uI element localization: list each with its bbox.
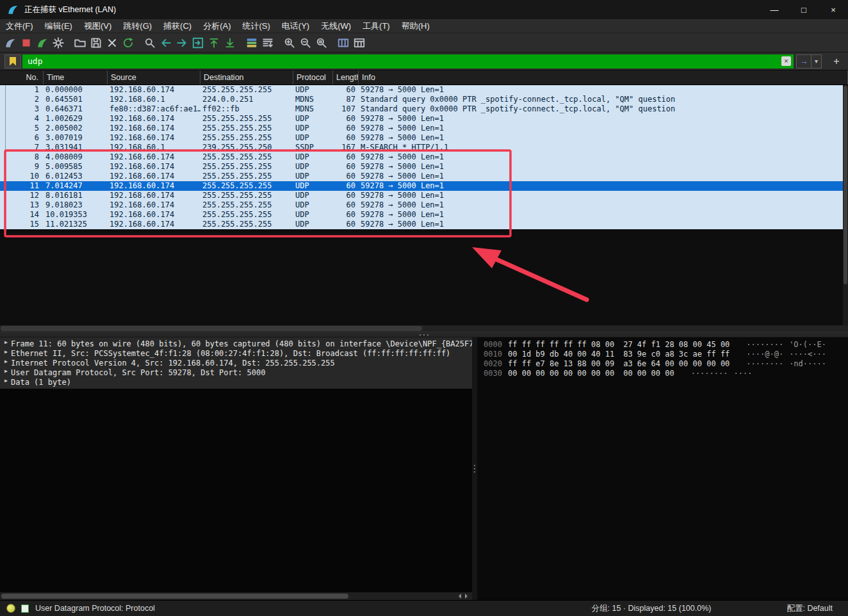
column-header-time[interactable]: Time bbox=[44, 70, 108, 85]
filter-clear-button[interactable]: × bbox=[781, 56, 791, 66]
packet-row-3[interactable]: 30.646371fe80::d387:ac6f:ae1…ff02::fbMDN… bbox=[0, 104, 848, 114]
packet-row-6[interactable]: 63.007019192.168.60.174255.255.255.255UD… bbox=[0, 133, 848, 143]
hex-row[interactable]: 001000 1d b9 db 40 00 40 1183 9e c0 a8 3… bbox=[477, 350, 848, 359]
packet-row-10[interactable]: 106.012453192.168.60.174255.255.255.255U… bbox=[0, 172, 848, 181]
scrollbar-thumb[interactable] bbox=[844, 86, 847, 284]
packet-list-horizontal-scrollbar[interactable] bbox=[0, 325, 848, 332]
scroll-left-button[interactable] bbox=[454, 593, 462, 599]
wireshark-logo-icon bbox=[6, 3, 19, 16]
hex-row[interactable]: 0000ff ff ff ff ff ff 08 0027 4f f1 28 0… bbox=[477, 340, 848, 350]
filter-bookmark-button[interactable] bbox=[4, 54, 21, 69]
packet-row-9[interactable]: 95.009585192.168.60.174255.255.255.255UD… bbox=[0, 162, 848, 172]
menu-go[interactable]: 跳转(G) bbox=[117, 19, 158, 33]
filter-apply-button[interactable]: → bbox=[796, 54, 811, 69]
menu-view[interactable]: 视图(V) bbox=[78, 19, 117, 33]
column-header-destination[interactable]: Destination bbox=[200, 70, 293, 85]
column-header-length[interactable]: Length bbox=[333, 70, 359, 85]
profile-selector[interactable]: 配置: Default bbox=[787, 603, 833, 614]
packet-row-5[interactable]: 52.005002192.168.60.174255.255.255.255UD… bbox=[0, 124, 848, 133]
restart-capture-icon[interactable] bbox=[34, 35, 50, 51]
menu-telephony[interactable]: 电话(Y) bbox=[276, 19, 315, 33]
menu-help[interactable]: 帮助(H) bbox=[396, 19, 436, 33]
reload-file-icon[interactable] bbox=[120, 35, 136, 51]
menu-edit[interactable]: 编辑(E) bbox=[39, 19, 78, 33]
save-file-icon[interactable] bbox=[88, 35, 104, 51]
packet-row-11[interactable]: 117.014247192.168.60.174255.255.255.255U… bbox=[0, 181, 848, 191]
packet-row-4[interactable]: 41.002629192.168.60.174255.255.255.255UD… bbox=[0, 114, 848, 124]
detail-line[interactable]: ▶Data (1 byte) bbox=[0, 378, 472, 387]
packet-row-8[interactable]: 84.008009192.168.60.174255.255.255.255UD… bbox=[0, 152, 848, 162]
zoom-in-icon[interactable] bbox=[281, 35, 297, 51]
go-to-packet-icon[interactable] bbox=[190, 35, 206, 51]
packet-row-2[interactable]: 20.645501192.168.60.1224.0.0.251MDNS87St… bbox=[0, 95, 848, 104]
hex-row[interactable]: 003000 00 00 00 00 00 00 0000 00 00 00··… bbox=[477, 369, 848, 378]
go-back-icon[interactable] bbox=[158, 35, 174, 51]
open-file-icon[interactable] bbox=[72, 35, 88, 51]
zoom-reset-icon[interactable] bbox=[313, 35, 329, 51]
packet-row-13[interactable]: 139.018023192.168.60.174255.255.255.255U… bbox=[0, 200, 848, 210]
detail-line[interactable]: ▶Frame 11: 60 bytes on wire (480 bits), … bbox=[0, 339, 472, 349]
capture-comment-icon[interactable] bbox=[21, 604, 29, 613]
packet-row-15[interactable]: 1511.021325192.168.60.174255.255.255.255… bbox=[0, 220, 848, 229]
column-header-no[interactable]: No. bbox=[0, 70, 44, 85]
expand-arrow-icon[interactable]: ▶ bbox=[0, 368, 11, 378]
scrollbar-thumb[interactable] bbox=[1, 594, 348, 599]
packet-row-1[interactable]: 10.000000192.168.60.174255.255.255.255UD… bbox=[0, 85, 848, 95]
column-header-source[interactable]: Source bbox=[108, 70, 200, 85]
last-packet-icon[interactable] bbox=[222, 35, 238, 51]
panes-splitter-handle[interactable] bbox=[0, 332, 848, 337]
resize-columns-icon[interactable] bbox=[335, 35, 351, 51]
menu-wireless[interactable]: 无线(W) bbox=[315, 19, 357, 33]
packet-row-12[interactable]: 128.016181192.168.60.174255.255.255.255U… bbox=[0, 191, 848, 200]
cell-no: 10 bbox=[0, 172, 44, 181]
maximize-button[interactable]: □ bbox=[789, 0, 819, 19]
filter-input[interactable]: udp × bbox=[22, 54, 794, 69]
expand-arrow-icon[interactable]: ▶ bbox=[0, 359, 11, 368]
packet-row-14[interactable]: 1410.019353192.168.60.174255.255.255.255… bbox=[0, 210, 848, 220]
packet-row-7[interactable]: 73.031941192.168.60.1239.255.255.250SSDP… bbox=[0, 143, 848, 152]
minimize-button[interactable]: — bbox=[760, 0, 789, 19]
show-columns-icon[interactable] bbox=[351, 35, 367, 51]
cell-time: 9.018023 bbox=[44, 200, 108, 210]
capture-options-icon[interactable] bbox=[50, 35, 66, 51]
detail-line[interactable]: ▶Internet Protocol Version 4, Src: 192.1… bbox=[0, 359, 472, 368]
cell-length: 60 bbox=[333, 133, 359, 143]
packet-list-vertical-scrollbar[interactable] bbox=[843, 85, 848, 325]
cell-destination: 239.255.255.250 bbox=[200, 143, 293, 152]
close-button[interactable]: × bbox=[819, 0, 848, 19]
menubar: 文件(F)编辑(E)视图(V)跳转(G)捕获(C)分析(A)统计(S)电话(Y)… bbox=[0, 19, 848, 33]
close-file-icon[interactable] bbox=[104, 35, 120, 51]
expand-arrow-icon[interactable]: ▶ bbox=[0, 378, 11, 387]
details-horizontal-scrollbar[interactable] bbox=[0, 592, 472, 600]
cell-destination: 224.0.0.251 bbox=[200, 95, 293, 104]
menu-tools[interactable]: 工具(T) bbox=[357, 19, 396, 33]
first-packet-icon[interactable] bbox=[206, 35, 222, 51]
expand-arrow-icon[interactable]: ▶ bbox=[0, 339, 11, 349]
detail-line[interactable]: ▶User Datagram Protocol, Src Port: 59278… bbox=[0, 368, 472, 378]
filter-dropdown-button[interactable]: ▾ bbox=[811, 54, 822, 69]
menu-capture[interactable]: 捕获(C) bbox=[158, 19, 197, 33]
expert-info-icon[interactable] bbox=[6, 604, 15, 613]
detail-line[interactable]: ▶Ethernet II, Src: PCSSystemtec_4f:f1:28… bbox=[0, 349, 472, 359]
menu-file[interactable]: 文件(F) bbox=[0, 19, 39, 33]
go-forward-icon[interactable] bbox=[174, 35, 190, 51]
cell-no: 8 bbox=[0, 152, 44, 162]
find-packet-icon[interactable] bbox=[142, 35, 158, 51]
scrollbar-thumb[interactable] bbox=[1, 326, 422, 331]
details-hex-splitter-handle[interactable] bbox=[472, 337, 477, 600]
menu-analyze[interactable]: 分析(A) bbox=[197, 19, 236, 33]
menu-statistics[interactable]: 统计(S) bbox=[236, 19, 275, 33]
cell-length: 60 bbox=[333, 85, 359, 95]
start-capture-icon[interactable] bbox=[2, 35, 18, 51]
filter-add-button[interactable]: + bbox=[829, 54, 844, 69]
colorize-packets-icon[interactable] bbox=[243, 35, 259, 51]
auto-scroll-icon[interactable] bbox=[259, 35, 275, 51]
column-header-info[interactable]: Info bbox=[359, 70, 848, 85]
hex-row[interactable]: 0020ff ff e7 8e 13 88 00 09a3 6e 64 00 0… bbox=[477, 359, 848, 369]
column-header-protocol[interactable]: Protocol bbox=[293, 70, 333, 85]
zoom-out-icon[interactable] bbox=[297, 35, 313, 51]
scroll-right-button[interactable] bbox=[463, 593, 471, 599]
stop-capture-icon[interactable] bbox=[18, 35, 34, 51]
cell-length: 60 bbox=[333, 172, 359, 181]
expand-arrow-icon[interactable]: ▶ bbox=[0, 349, 11, 359]
